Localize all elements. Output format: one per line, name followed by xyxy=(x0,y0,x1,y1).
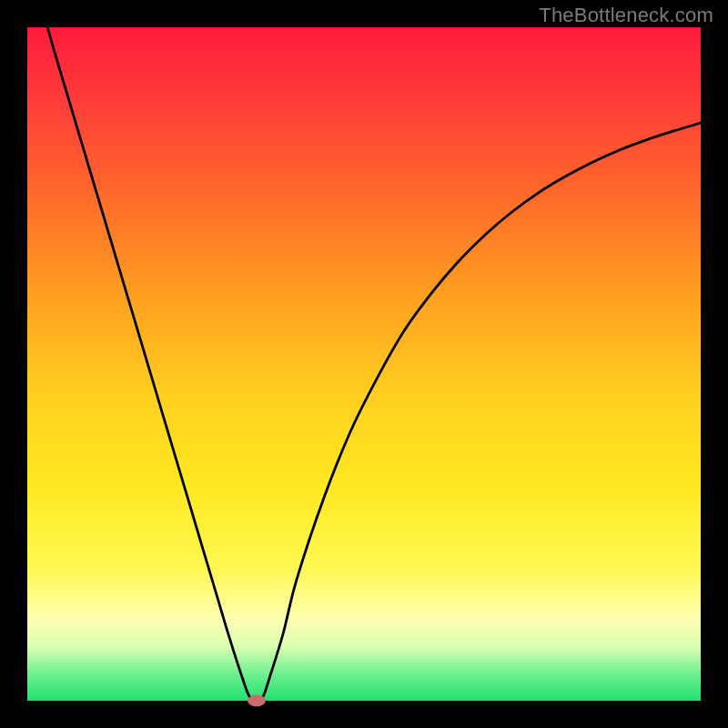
optimal-point-marker xyxy=(248,695,266,707)
chart-container: TheBottleneck.com xyxy=(0,0,728,728)
curve-svg xyxy=(27,27,701,701)
watermark-label: TheBottleneck.com xyxy=(539,4,713,27)
bottleneck-curve-path xyxy=(27,27,701,701)
plot-area xyxy=(27,27,701,701)
